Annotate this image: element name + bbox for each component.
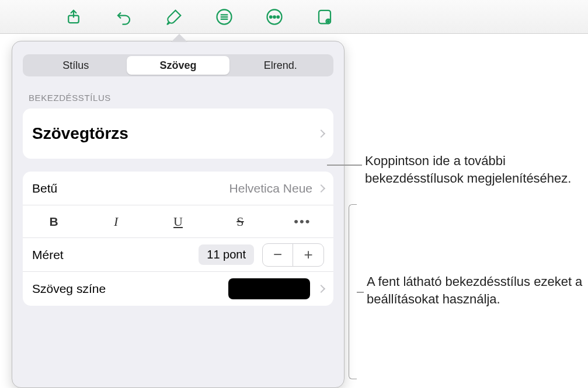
svg-point-8 [328, 20, 329, 22]
font-row[interactable]: Betű Helvetica Neue [23, 172, 333, 205]
more-icon[interactable] [262, 5, 287, 29]
share-icon[interactable] [61, 5, 86, 29]
format-panel: Stílus Szöveg Elrend. BEKEZDÉSSTÍLUS Szö… [12, 41, 345, 388]
text-color-label: Szöveg színe [32, 282, 106, 296]
size-increase-button[interactable]: + [293, 244, 323, 266]
text-color-row[interactable]: Szöveg színe [23, 272, 333, 306]
italic-button[interactable]: I [85, 214, 147, 229]
font-settings-card: Betű Helvetica Neue B I U S ••• Méret 11… [23, 172, 333, 306]
presenter-icon[interactable] [312, 5, 337, 29]
text-style-row: B I U S ••• [23, 205, 333, 238]
svg-point-5 [277, 16, 280, 18]
font-label: Betű [32, 181, 57, 195]
font-value: Helvetica Neue [229, 181, 312, 195]
text-color-swatch[interactable] [228, 278, 310, 299]
svg-point-4 [273, 16, 276, 18]
tab-style[interactable]: Stílus [25, 56, 127, 75]
paragraph-style-name: Szövegtörzs [32, 124, 128, 143]
paragraph-style-card: Szövegtörzs [23, 109, 333, 159]
size-stepper: − + [262, 243, 324, 267]
toolbar [0, 0, 588, 34]
chevron-right-icon [317, 130, 325, 138]
callout-leader-line [327, 165, 362, 166]
size-label: Méret [32, 248, 64, 262]
callout-settings: A fent látható bekezdésstílus ezeket a b… [367, 273, 583, 307]
panel-tabs: Stílus Szöveg Elrend. [23, 54, 333, 76]
underline-button[interactable]: U [147, 214, 209, 229]
format-brush-icon[interactable] [162, 5, 186, 29]
callout-bracket [349, 204, 357, 379]
tab-text[interactable]: Szöveg [127, 56, 229, 75]
chevron-right-icon [317, 184, 325, 192]
size-value[interactable]: 11 pont [199, 244, 254, 265]
svg-point-3 [270, 16, 272, 18]
callout-leader-line [357, 292, 364, 293]
callout-paragraph-styles: Koppintson ide a további bekezdésstíluso… [365, 152, 581, 187]
size-row: Méret 11 pont − + [23, 238, 333, 272]
paragraph-style-row[interactable]: Szövegtörzs [23, 109, 333, 159]
bold-button[interactable]: B [23, 215, 85, 229]
section-label-paragraph-style: BEKEZDÉSSTÍLUS [12, 85, 344, 109]
size-decrease-button[interactable]: − [263, 244, 293, 266]
more-text-options-button[interactable]: ••• [272, 214, 333, 229]
tab-layout[interactable]: Elrend. [229, 56, 332, 75]
chevron-right-icon [317, 285, 325, 293]
undo-icon[interactable] [112, 5, 136, 29]
strikethrough-button[interactable]: S [209, 214, 271, 229]
list-icon[interactable] [212, 5, 236, 29]
